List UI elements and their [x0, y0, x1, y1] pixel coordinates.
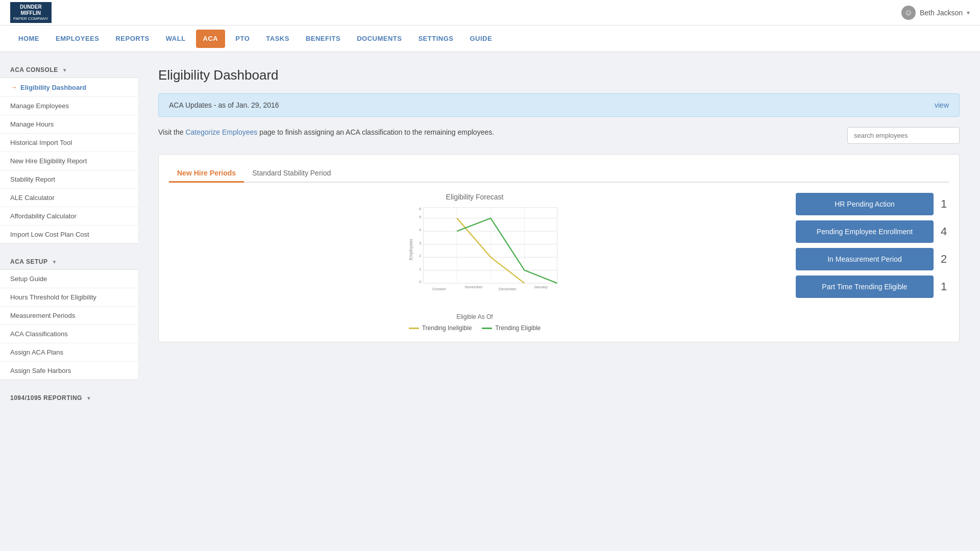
- svg-text:6: 6: [419, 207, 421, 211]
- stat-count: 1: [939, 197, 949, 211]
- chart-area: Eligibility Forecast Employees 0 1 2 3 4…: [169, 193, 780, 332]
- legend-ineligible: Trending Ineligible: [409, 324, 472, 332]
- chart-title: Eligibility Forecast: [169, 193, 780, 201]
- sidebar-console-item[interactable]: New Hire Eligibility Report: [0, 152, 138, 170]
- legend-eligible-color: [482, 328, 492, 329]
- desc-row: Visit the Categorize Employees page to f…: [158, 127, 960, 144]
- stat-button-part-time-trending-eligible[interactable]: Part Time Trending Eligible: [796, 276, 934, 298]
- nav-item-tasks[interactable]: TASKS: [258, 26, 298, 52]
- stat-count: 2: [939, 253, 949, 266]
- svg-text:4: 4: [419, 228, 421, 232]
- stat-button-pending-employee-enrollment[interactable]: Pending Employee Enrollment: [796, 220, 934, 243]
- sidebar-console-item[interactable]: Affordability Calculator: [0, 207, 138, 226]
- sidebar: ACA CONSOLE ▼ → Eligibility DashboardMan…: [0, 52, 138, 551]
- sidebar-console-item[interactable]: Stability Report: [0, 170, 138, 189]
- svg-text:0: 0: [419, 280, 421, 284]
- sidebar-console-item[interactable]: Manage Employees: [0, 97, 138, 115]
- nav-item-wall[interactable]: WALL: [158, 26, 194, 52]
- sidebar-console-item[interactable]: Historical Import Tool: [0, 134, 138, 152]
- sidebar-console-item[interactable]: Manage Hours: [0, 115, 138, 134]
- user-info[interactable]: ☺ Beth Jackson ▾: [901, 6, 970, 20]
- nav-item-employees[interactable]: EMPLOYEES: [47, 26, 107, 52]
- page-title: Eligibility Dashboard: [158, 67, 960, 83]
- stats-panel: HR Pending Action1Pending Employee Enrol…: [796, 193, 949, 298]
- nav-item-reports[interactable]: REPORTS: [107, 26, 157, 52]
- tab-standard-stability-period[interactable]: Standard Stability Period: [244, 165, 339, 183]
- sidebar-setup-item[interactable]: ACA Classifications: [0, 325, 138, 343]
- legend-ineligible-label: Trending Ineligible: [422, 324, 472, 332]
- stat-button-in-measurement-period[interactable]: In Measurement Period: [796, 248, 934, 270]
- top-header: DUNDER MIFFLIN PAPER COMPANY ☺ Beth Jack…: [0, 0, 980, 26]
- user-dropdown-icon[interactable]: ▾: [967, 9, 970, 16]
- svg-text:October: October: [432, 287, 446, 291]
- view-link[interactable]: view: [935, 101, 949, 109]
- stat-button-hr-pending-action[interactable]: HR Pending Action: [796, 193, 934, 215]
- updates-banner: ACA Updates - as of Jan. 29, 2016 view: [158, 93, 960, 117]
- aca-console-header: ACA CONSOLE ▼: [0, 62, 138, 78]
- sidebar-setup-item[interactable]: Measurement Periods: [0, 307, 138, 325]
- nav-item-pto[interactable]: PTO: [227, 26, 258, 52]
- description: Visit the Categorize Employees page to f…: [158, 127, 494, 138]
- console-collapse-icon[interactable]: ▼: [62, 67, 67, 73]
- categorize-link[interactable]: Categorize Employees: [185, 128, 257, 136]
- chart-svg: Employees 0 1 2 3 4 5 6: [189, 206, 780, 293]
- aca-setup-items: Setup GuideHours Threshold for Eligibili…: [0, 269, 138, 380]
- stat-count: 4: [939, 225, 949, 238]
- legend-eligible-label: Trending Eligible: [495, 324, 541, 332]
- svg-text:November: November: [465, 285, 483, 289]
- svg-text:5: 5: [419, 215, 421, 219]
- logo: DUNDER MIFFLIN PAPER COMPANY: [10, 2, 52, 23]
- nav-item-benefits[interactable]: BENEFITS: [298, 26, 349, 52]
- legend-ineligible-color: [409, 328, 419, 329]
- content: Eligibility Dashboard ACA Updates - as o…: [138, 52, 980, 551]
- nav-item-aca[interactable]: ACA: [196, 30, 226, 48]
- sidebar-console-item[interactable]: → Eligibility Dashboard: [0, 78, 138, 97]
- svg-text:2: 2: [419, 254, 421, 258]
- svg-text:3: 3: [419, 241, 421, 245]
- main-layout: ACA CONSOLE ▼ → Eligibility DashboardMan…: [0, 52, 980, 551]
- sidebar-console-item[interactable]: Import Low Cost Plan Cost: [0, 226, 138, 243]
- sidebar-console-item[interactable]: ALE Calculator: [0, 189, 138, 207]
- active-arrow-icon: →: [10, 83, 17, 91]
- stat-row: Part Time Trending Eligible1: [796, 276, 949, 298]
- aca-setup-header: ACA SETUP ▼: [0, 254, 138, 269]
- search-input[interactable]: [847, 127, 960, 144]
- stat-row: Pending Employee Enrollment4: [796, 220, 949, 243]
- tabs: New Hire PeriodsStandard Stability Perio…: [169, 165, 949, 183]
- aca-console-items: → Eligibility DashboardManage EmployeesM…: [0, 78, 138, 244]
- svg-text:1: 1: [419, 267, 421, 271]
- setup-collapse-icon[interactable]: ▼: [52, 259, 57, 265]
- tab-new-hire-periods[interactable]: New Hire Periods: [169, 165, 244, 183]
- dashboard-content: Eligibility Forecast Employees 0 1 2 3 4…: [169, 193, 949, 332]
- dashboard-panel: New Hire PeriodsStandard Stability Perio…: [158, 154, 960, 342]
- nav-item-guide[interactable]: GUIDE: [461, 26, 500, 52]
- reporting-section: 1094/1095 REPORTING ▼: [0, 390, 138, 406]
- aca-setup-section: ACA SETUP ▼ Setup GuideHours Threshold f…: [0, 254, 138, 380]
- sidebar-setup-item[interactable]: Setup Guide: [0, 270, 138, 288]
- avatar: ☺: [901, 6, 916, 20]
- nav-item-settings[interactable]: SETTINGS: [410, 26, 461, 52]
- user-name: Beth Jackson: [920, 9, 963, 17]
- logo-box: DUNDER MIFFLIN PAPER COMPANY: [10, 2, 52, 23]
- nav-bar: HOMEEMPLOYEESREPORTSWALLACAPTOTASKSBENEF…: [0, 26, 980, 52]
- stat-row: In Measurement Period2: [796, 248, 949, 270]
- nav-item-home[interactable]: HOME: [10, 26, 47, 52]
- sidebar-setup-item[interactable]: Hours Threshold for Eligibility: [0, 288, 138, 307]
- reporting-collapse-icon[interactable]: ▼: [86, 395, 91, 401]
- sidebar-setup-item[interactable]: Assign ACA Plans: [0, 343, 138, 362]
- chart-legend: Trending Ineligible Trending Eligible: [169, 324, 780, 332]
- aca-console-section: ACA CONSOLE ▼ → Eligibility DashboardMan…: [0, 62, 138, 244]
- svg-text:Employees: Employees: [408, 239, 413, 260]
- stat-row: HR Pending Action1: [796, 193, 949, 215]
- chart-container: Employees 0 1 2 3 4 5 6: [169, 206, 780, 318]
- svg-text:December: December: [499, 287, 517, 291]
- updates-text: ACA Updates - as of Jan. 29, 2016: [169, 101, 279, 109]
- nav-item-documents[interactable]: DOCUMENTS: [349, 26, 410, 52]
- legend-eligible: Trending Eligible: [482, 324, 541, 332]
- svg-text:January: January: [534, 285, 548, 289]
- sidebar-setup-item[interactable]: Assign Safe Harbors: [0, 362, 138, 380]
- stat-count: 1: [939, 280, 949, 293]
- reporting-header: 1094/1095 REPORTING ▼: [0, 390, 138, 406]
